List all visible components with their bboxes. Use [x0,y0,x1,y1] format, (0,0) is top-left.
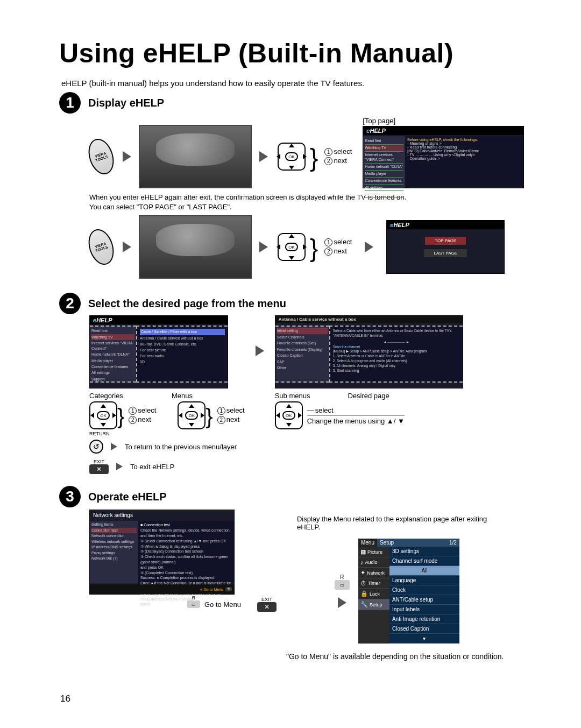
ehelp-desired-page-screenshot: Antenna / Cable service without a box In… [275,315,463,388]
top-page-button[interactable]: TOP PAGE [425,237,466,245]
arrow-right-icon [123,242,131,252]
arrow-right-icon [256,345,264,356]
red-button[interactable]: R▭ [187,600,200,608]
tv-setup-menu-screenshot: Menu Setup 1/2 ▦Picture ♪Audio ✦Network … [358,539,459,644]
dpad-control[interactable]: OK [178,402,206,429]
change-menus-note: Change the menus using ▲/ ▼ [307,417,405,425]
arrow-right-icon [259,242,268,252]
return-button[interactable]: ↺ [89,440,103,454]
exit-label: EXIT [89,459,109,464]
dpad-control[interactable]: OK [89,402,117,429]
step-1-heading: Display eHELP [88,97,164,109]
return-text: To return to the previous menu/layer [125,443,237,451]
exit-button[interactable]: ✕ [257,602,277,612]
step-3-hint: Display the Menu related to the explanat… [297,515,496,531]
intro-text: eHELP (built-in manual) helps you unders… [61,79,522,88]
tv-preview-thumbnail [139,125,252,188]
return-label: RETURN [89,431,111,436]
confirm-note-1: When you enter eHELP again after exit, t… [89,193,522,202]
step-3-badge: 3 [59,486,81,507]
red-button[interactable]: ▭ [335,580,350,590]
desired-page-label: Desired page [348,392,389,400]
step-3-heading: Operate eHELP [88,491,167,503]
dpad-control[interactable]: OK [275,232,308,262]
step-1-badge: 1 [59,92,81,114]
step-2-heading: Select the desired page from the menu [88,298,286,310]
dpad-legend: 1select 2next [324,238,352,256]
arrow-right-icon [116,463,123,470]
ok-button[interactable]: OK [285,243,298,251]
ehelp-categories-screenshot: eHELP Read first Watching TV Internet se… [89,315,228,388]
ehelp-choice-screenshot: eHELP TOP PAGE LAST PAGE [386,220,505,274]
categories-label: Categories [89,392,123,400]
ehelp-top-page-screenshot: eeHELPHELP Read first Watching TV Intern… [363,126,524,188]
arrow-right-icon [365,242,373,252]
step-2: 2 Select the desired page from the menu … [59,293,522,474]
step-1: 1 Display eHELP VIERA TOOLS OK } 1select… [59,92,522,279]
dpad-control[interactable]: OK [275,402,303,429]
confirm-note-2: You can select "TOP PAGE" or "LAST PAGE"… [89,202,522,212]
dpad-legend: 1select 2next [324,147,352,166]
menus-label: Menus [172,392,193,400]
arrow-right-icon [111,443,117,450]
top-page-label: [Top page] [363,117,524,125]
ok-button[interactable]: OK [285,152,298,161]
dpad-control[interactable]: OK [275,142,308,172]
page-title: Using eHELP (Built-in Manual) [59,38,522,69]
arrow-right-icon [259,151,268,162]
exit-text: To exit eHELP [130,463,174,471]
last-page-button[interactable]: LAST PAGE [424,249,467,257]
step-2-badge: 2 [59,293,81,314]
exit-button[interactable]: ✕ [89,464,109,474]
tv-preview-thumbnail [139,215,252,279]
arrow-right-icon [338,597,346,608]
network-settings-screenshot: Network settings Setting items Connectio… [89,510,235,595]
step-3-note: "Go to Menu" is available depending on t… [286,652,507,661]
arrow-right-icon [123,151,131,162]
page-number: 16 [60,694,70,704]
viera-tools-button[interactable]: VIERA TOOLS [84,136,118,178]
viera-tools-button[interactable]: VIERA TOOLS [84,226,118,268]
submenus-label: Sub menus [275,392,310,400]
step-3: 3 Operate eHELP Network settings Setting… [59,486,522,661]
